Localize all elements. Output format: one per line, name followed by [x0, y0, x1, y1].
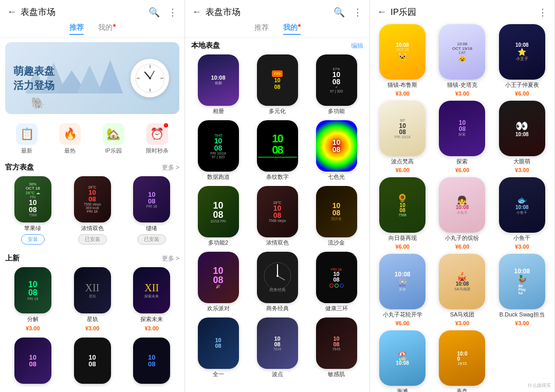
- dial-face-data[interactable]: 7645 1008 FRI 10/18 97 | 320: [198, 120, 239, 172]
- watch-label-romantic: 浓情双色: [81, 225, 104, 232]
- banner-text: 萌趣表盘 活力登场: [13, 64, 54, 92]
- dial-face-album[interactable]: 10:08 相册: [198, 54, 239, 106]
- ip-face-little-prince[interactable]: 10:08 ⭐ 小王子: [499, 24, 545, 80]
- dial-face-health[interactable]: FRI 18 1008: [316, 252, 357, 303]
- ip-face-bduck[interactable]: 10:08 🦆 BePlayful: [499, 254, 545, 309]
- watch-price-explore: ¥3.00: [144, 325, 159, 331]
- ip-face-sunflower[interactable]: 🌻 1008 7568: [379, 177, 425, 233]
- dial-angel: 1008 全一: [190, 318, 246, 378]
- more-icon-p3[interactable]: ⋮: [538, 7, 547, 18]
- ip-item-doraemon-stk: 10:08 OCT 19/18 CAT 😺 猫镇-史塔克 ¥3.00: [434, 24, 490, 97]
- category-row: 📋 最新 🔥 最热 🏡 IP乐园 ⏰! 限时秒杀: [5, 120, 179, 160]
- panel2-header: ← 表盘市场 🔍 ⋮: [185, 0, 369, 21]
- dial-business: 商务经典 商务经典: [249, 252, 305, 312]
- panel2-tabs: 推荐 我的: [185, 21, 369, 38]
- dial-label-health: 健康三环: [325, 305, 348, 312]
- dial-face-multi[interactable]: FRI 1008: [257, 54, 298, 106]
- watch-face-fenjie[interactable]: 1008 FRI 18: [14, 267, 51, 313]
- panel3-header: ← IP乐园 ⋮: [370, 0, 554, 21]
- back-button[interactable]: ←: [7, 7, 16, 17]
- category-latest[interactable]: 📋 最新: [16, 123, 38, 155]
- dial-label-data: 数据跑道: [207, 173, 230, 181]
- watch-face-romantic[interactable]: 29°C 1008 7568 steps 389 kcal FRI 18: [74, 176, 111, 222]
- dial-face-seven[interactable]: 1008: [316, 120, 357, 172]
- edit-button[interactable]: 编辑: [351, 42, 363, 50]
- dial-face-party[interactable]: 1008 🎉: [198, 252, 239, 303]
- ip-face-beach[interactable]: 🏖️ 10:08: [379, 330, 425, 386]
- ip-label: IP乐园: [105, 147, 121, 155]
- category-flash[interactable]: ⏰! 限时秒杀: [146, 123, 169, 155]
- flash-label: 限时秒杀: [146, 147, 169, 155]
- more-icon[interactable]: ⋮: [168, 7, 177, 18]
- watch-label-explore: 探索未来: [140, 315, 163, 323]
- watch-face-extra2[interactable]: 1008: [74, 338, 111, 384]
- tab-mine[interactable]: 我的: [98, 23, 116, 34]
- ip-label-little-prince: 小王子仲夏夜: [505, 81, 539, 89]
- panel-ip-garden: ← IP乐园 ⋮ 10:08 OCT 18 🐱 猫镇-布鲁斯 ¥3.00 10:…: [370, 0, 555, 392]
- category-hot[interactable]: 🔥 最热: [59, 123, 81, 155]
- dial-label-album: 相册: [213, 107, 224, 115]
- ip-face-doraemon[interactable]: 10:08 OCT 18 🐱: [379, 24, 425, 80]
- tab-recommend[interactable]: 推荐: [69, 23, 84, 34]
- search-icon[interactable]: 🔍: [149, 7, 160, 18]
- ip-item-big-eye: 👀 10:08 大眼萌 ¥3.00: [494, 101, 550, 173]
- tab-mine-p2[interactable]: 我的: [283, 23, 301, 34]
- back-button-p3[interactable]: ←: [377, 7, 386, 17]
- ip-price-sunflower: ¥6.00: [395, 244, 410, 250]
- watch-price-fenjie: ¥3.00: [26, 325, 40, 331]
- dial-label-multifunction: 多功能: [328, 107, 345, 115]
- dial-face-romantic[interactable]: 29°C 1008 7568 steps: [257, 186, 298, 237]
- more-icon-p2[interactable]: ⋮: [353, 7, 362, 18]
- ip-price-ball-school: ¥6.00: [395, 320, 410, 326]
- install-button-green[interactable]: 安装: [21, 234, 45, 245]
- official-more[interactable]: 更多 >: [162, 163, 179, 172]
- watch-face-extra1[interactable]: 1008: [14, 338, 51, 384]
- ip-price-sa-circus: ¥3.00: [455, 320, 470, 326]
- ip-face-maruko[interactable]: 👧 10:08 小丸子: [439, 177, 485, 233]
- dial-romantic: 29°C 1008 7568 steps 浓情双色: [249, 186, 305, 247]
- new-title: 上新: [5, 254, 20, 263]
- tab-recommend-p2[interactable]: 推荐: [254, 23, 269, 34]
- search-icon-p2[interactable]: 🔍: [334, 7, 345, 18]
- ip-face-fish[interactable]: 🐟 10:08 小鱼干: [499, 177, 545, 233]
- svg-point-16: [276, 275, 279, 277]
- dial-face-stripes[interactable]: 1008: [257, 120, 298, 172]
- back-button-p2[interactable]: ←: [192, 7, 201, 17]
- watch-price-xingui: ¥3.00: [85, 325, 100, 331]
- ip-icon: 🏡: [103, 123, 124, 145]
- dial-face-multifunction[interactable]: 87% 1008 ✓ 97 | 320: [316, 54, 357, 106]
- watch-face-extra3[interactable]: 1008: [133, 338, 170, 384]
- dial-stripes: 1008 条纹数字: [249, 120, 305, 181]
- dial-album: 10:08 相册 相册: [190, 54, 246, 115]
- dial-face-gold[interactable]: 1008 流沙金: [316, 186, 357, 237]
- install-button-purple[interactable]: 已安装: [137, 234, 166, 245]
- ip-face-explore[interactable]: 1008 探索: [439, 101, 485, 156]
- dial-face-dots[interactable]: 1008 7645: [257, 318, 298, 369]
- ip-label-fish: 小鱼干: [513, 234, 530, 242]
- ip-item-maruko: 👧 10:08 小丸子 小丸子的缤纷 ¥6.00: [434, 177, 490, 250]
- ip-face-ball-school[interactable]: 10:08 🎡 开学: [379, 254, 425, 309]
- dial-face-healthy2[interactable]: 1008 7645: [316, 318, 357, 369]
- dial-face-multi2[interactable]: 1008 10/18 FRI: [198, 186, 239, 237]
- ip-label-doraemon: 猫镇-布鲁斯: [387, 81, 418, 89]
- install-button-romantic[interactable]: 已安装: [78, 234, 107, 245]
- latest-label: 最新: [21, 147, 32, 155]
- ip-face-doraemon-stk[interactable]: 10:08 OCT 19/18 CAT 😺: [439, 24, 485, 80]
- new-more[interactable]: 更多 >: [162, 254, 179, 263]
- official-watch-grid: 96% OCT 18 26°C ☁ FRI 1008 7568 苹果绿 安装 2…: [5, 176, 179, 245]
- ip-face-big-eye[interactable]: 👀 10:08: [499, 101, 545, 156]
- panel3-title: IP乐园: [391, 6, 530, 18]
- watch-face-explore[interactable]: XII 探索未来: [133, 267, 170, 313]
- local-title: 本地表盘: [191, 41, 220, 50]
- dial-face-angel[interactable]: 1008: [198, 318, 239, 369]
- dial-face-business[interactable]: 商务经典: [257, 252, 298, 303]
- category-ip[interactable]: 🏡 IP乐园: [103, 123, 124, 155]
- dial-label-gold: 流沙金: [328, 239, 345, 247]
- ip-face-clock-star[interactable]: 10:00 19/15: [439, 330, 485, 386]
- ip-item-bduck: 10:08 🦆 BePlayful B.Duck Swag担当 ¥3.00: [494, 254, 550, 326]
- watch-face-green[interactable]: 96% OCT 18 26°C ☁ FRI 1008 7568: [14, 176, 51, 222]
- watch-face-xingui[interactable]: XII 星轨: [74, 267, 111, 313]
- watch-face-purple[interactable]: 1008 FRI 18: [133, 176, 170, 222]
- ip-face-sa-circus[interactable]: 🎪 10:08 SA马戏团: [439, 254, 485, 309]
- ip-face-dots-high[interactable]: 97 1008 FRI 10/18: [379, 101, 425, 156]
